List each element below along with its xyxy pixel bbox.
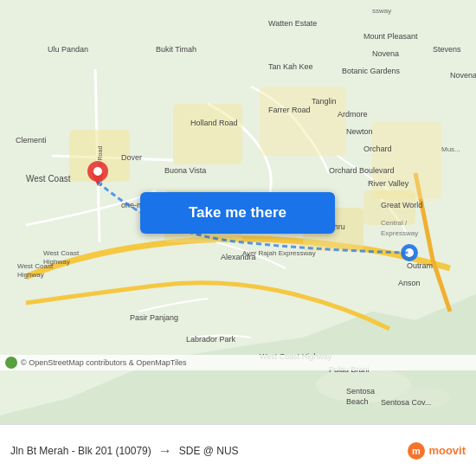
svg-text:Novena: Novena <box>372 49 399 58</box>
svg-text:Central /: Central / <box>381 219 408 227</box>
svg-text:Novena: Novena <box>450 71 476 80</box>
origin-text: Jln Bt Merah - Blk 201 (10079) <box>10 445 151 457</box>
svg-text:Highway: Highway <box>17 271 44 279</box>
svg-text:Outram: Outram <box>407 261 433 270</box>
svg-text:Dover: Dover <box>121 153 142 162</box>
svg-text:Ulu Pandan: Ulu Pandan <box>48 45 88 54</box>
take-me-there-button[interactable]: Take me there <box>140 192 335 234</box>
osm-icon <box>5 357 17 369</box>
svg-text:Ayer Rajah Expressway: Ayer Rajah Expressway <box>242 249 316 257</box>
svg-text:Buona Vista: Buona Vista <box>164 166 206 175</box>
svg-text:Clementi: Clementi <box>16 136 47 145</box>
arrow-icon: → <box>158 443 172 459</box>
svg-text:Farrer Road: Farrer Road <box>268 106 311 114</box>
route-info: Jln Bt Merah - Blk 201 (10079) → SDE @ N… <box>10 443 408 459</box>
svg-text:ssway: ssway <box>372 7 391 15</box>
svg-text:Anson: Anson <box>398 279 421 287</box>
svg-text:Expressway: Expressway <box>381 229 418 237</box>
svg-text:Pasir Panjang: Pasir Panjang <box>130 313 178 322</box>
svg-text:Sentosa Cov...: Sentosa Cov... <box>381 398 431 407</box>
svg-text:Sentosa: Sentosa <box>346 387 375 396</box>
moovit-logo-area: m moovit <box>408 442 466 460</box>
moovit-icon: m <box>408 442 425 460</box>
svg-text:Orchard: Orchard <box>363 145 392 153</box>
svg-text:Newton: Newton <box>346 127 373 136</box>
svg-text:Tanglin: Tanglin <box>312 97 337 106</box>
svg-text:Labrador Park: Labrador Park <box>186 335 236 344</box>
svg-text:River Valley: River Valley <box>368 179 409 188</box>
svg-text:Mus...: Mus... <box>441 145 460 153</box>
moovit-logo-text: moovit <box>428 444 466 457</box>
svg-rect-8 <box>173 104 242 164</box>
map-container: West Coast Clementi Ulu Pandan Bukit Tim… <box>0 0 476 424</box>
svg-text:Mount Pleasant: Mount Pleasant <box>363 32 418 41</box>
bottom-bar: Jln Bt Merah - Blk 201 (10079) → SDE @ N… <box>0 424 476 476</box>
attribution-bar: © OpenStreetMap contributors & OpenMapTi… <box>0 355 476 370</box>
svg-text:Tan Kah Kee: Tan Kah Kee <box>268 62 313 71</box>
svg-text:West Coast: West Coast <box>43 249 80 257</box>
svg-text:Great World: Great World <box>381 201 422 209</box>
svg-text:m: m <box>412 446 421 456</box>
attribution-text: © OpenStreetMap contributors & OpenMapTi… <box>21 358 186 367</box>
svg-text:Botanic Gardens: Botanic Gardens <box>342 67 401 75</box>
svg-point-61 <box>93 167 102 176</box>
svg-text:West Coast: West Coast <box>17 262 54 270</box>
svg-text:West Coast: West Coast <box>26 174 71 183</box>
svg-text:Watten Estate: Watten Estate <box>268 19 317 28</box>
svg-text:Orchard Boulevard: Orchard Boulevard <box>329 166 395 175</box>
svg-text:Beach: Beach <box>346 397 369 406</box>
svg-text:Holland Road: Holland Road <box>190 119 238 127</box>
svg-text:Bukit Timah: Bukit Timah <box>156 45 196 54</box>
svg-text:Stevens: Stevens <box>433 45 461 54</box>
svg-text:Ardmore: Ardmore <box>338 110 368 119</box>
destination-text: SDE @ NUS <box>179 445 239 457</box>
